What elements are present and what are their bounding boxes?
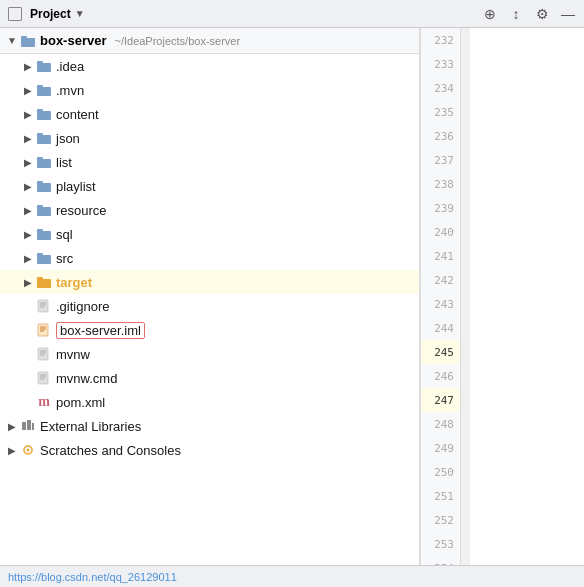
svg-rect-5 <box>37 85 43 89</box>
tree-item-json[interactable]: json <box>0 126 419 150</box>
mvnw-expand <box>20 346 36 362</box>
tree-item-mvn[interactable]: .mvn <box>0 78 419 102</box>
tree-item-src[interactable]: src <box>0 246 419 270</box>
mvn-expand <box>20 82 36 98</box>
pom-expand <box>20 394 36 410</box>
svg-rect-30 <box>38 348 48 360</box>
tree-item-mvnw[interactable]: mvnw <box>0 342 419 366</box>
list-expand <box>20 154 36 170</box>
tree-item-gitignore[interactable]: .gitignore <box>0 294 419 318</box>
title-bar: Project ▼ ⊕ ↕ ⚙ — <box>0 0 584 28</box>
line-234: 234 <box>421 76 460 100</box>
target-expand <box>20 274 36 290</box>
gitignore-expand <box>20 298 36 314</box>
tree-item-list[interactable]: list <box>0 150 419 174</box>
line-235: 235 <box>421 100 460 124</box>
sql-folder-icon <box>36 226 52 242</box>
mvnw-label: mvnw <box>56 347 90 362</box>
line-247: 247 <box>421 388 460 412</box>
json-folder-icon <box>36 130 52 146</box>
title-bar-icons: ⊕ ↕ ⚙ — <box>482 6 576 22</box>
tree-item-target[interactable]: target <box>0 270 419 294</box>
line-236: 236 <box>421 124 460 148</box>
line-240: 240 <box>421 220 460 244</box>
idea-folder-icon <box>36 58 52 74</box>
file-tree: ▼ box-server ~/IdeaProjects/box-server .… <box>0 28 420 565</box>
target-folder-icon <box>36 274 52 290</box>
tree-item-playlist[interactable]: playlist <box>0 174 419 198</box>
tree-item-pom-xml[interactable]: m pom.xml <box>0 390 419 414</box>
sql-label: sql <box>56 227 73 242</box>
list-folder-icon <box>36 154 52 170</box>
mvnw-cmd-file-icon <box>36 370 52 386</box>
svg-rect-13 <box>37 181 43 185</box>
scrollbar[interactable] <box>460 28 470 565</box>
root-item[interactable]: ▼ box-server ~/IdeaProjects/box-server <box>0 28 419 54</box>
line-239: 239 <box>421 196 460 220</box>
tree-item-idea[interactable]: .idea <box>0 54 419 78</box>
ext-lib-icon <box>20 418 36 434</box>
playlist-expand <box>20 178 36 194</box>
content-folder-icon <box>36 106 52 122</box>
content-expand <box>20 106 36 122</box>
playlist-label: playlist <box>56 179 96 194</box>
tree-item-mvnw-cmd[interactable]: mvnw.cmd <box>0 366 419 390</box>
iml-label: box-server.iml <box>56 322 145 339</box>
mvn-label: .mvn <box>56 83 84 98</box>
svg-rect-11 <box>37 157 43 161</box>
tree-item-content[interactable]: content <box>0 102 419 126</box>
json-label: json <box>56 131 80 146</box>
line-249: 249 <box>421 436 460 460</box>
line-244: 244 <box>421 316 460 340</box>
svg-rect-34 <box>38 372 48 384</box>
tree-item-sql[interactable]: sql <box>0 222 419 246</box>
root-expand-arrow: ▼ <box>4 33 20 49</box>
gear-icon[interactable]: ⚙ <box>534 6 550 22</box>
gitignore-label: .gitignore <box>56 299 109 314</box>
svg-rect-22 <box>38 300 48 312</box>
line-243: 243 <box>421 292 460 316</box>
scratches-expand <box>4 442 20 458</box>
line-250: 250 <box>421 460 460 484</box>
line-238: 238 <box>421 172 460 196</box>
mvnw-cmd-label: mvnw.cmd <box>56 371 117 386</box>
tree-item-external-libraries[interactable]: External Libraries <box>0 414 419 438</box>
scratches-icon <box>20 442 36 458</box>
mvnw-cmd-expand <box>20 370 36 386</box>
minimize-icon[interactable]: — <box>560 6 576 22</box>
window-folder-icon <box>8 7 22 21</box>
svg-rect-26 <box>38 324 48 336</box>
tree-item-resource[interactable]: resource <box>0 198 419 222</box>
mvn-folder-icon <box>36 82 52 98</box>
svg-rect-38 <box>22 422 26 430</box>
line-233: 233 <box>421 52 460 76</box>
main-content: ▼ box-server ~/IdeaProjects/box-server .… <box>0 28 584 565</box>
svg-rect-1 <box>21 36 27 40</box>
svg-rect-17 <box>37 229 43 233</box>
tree-item-scratches[interactable]: Scratches and Consoles <box>0 438 419 462</box>
dropdown-arrow[interactable]: ▼ <box>75 8 85 19</box>
src-expand <box>20 250 36 266</box>
svg-rect-7 <box>37 109 43 113</box>
target-label: target <box>56 275 92 290</box>
ext-lib-label: External Libraries <box>40 419 141 434</box>
root-path: ~/IdeaProjects/box-server <box>114 35 240 47</box>
root-label: box-server <box>40 33 106 48</box>
line-254: 254 <box>421 556 460 565</box>
line-253: 253 <box>421 532 460 556</box>
line-251: 251 <box>421 484 460 508</box>
line-237: 237 <box>421 148 460 172</box>
status-text: https://blog.csdn.net/qq_26129011 <box>8 571 177 583</box>
layout-icon[interactable]: ↕ <box>508 6 524 22</box>
src-label: src <box>56 251 73 266</box>
line-248: 248 <box>421 412 460 436</box>
settings-icon[interactable]: ⊕ <box>482 6 498 22</box>
list-label: list <box>56 155 72 170</box>
tree-item-box-server-iml[interactable]: box-server.iml <box>0 318 419 342</box>
line-245: 245 <box>421 340 460 364</box>
playlist-folder-icon <box>36 178 52 194</box>
sql-expand <box>20 226 36 242</box>
svg-rect-15 <box>37 205 43 209</box>
scratches-label: Scratches and Consoles <box>40 443 181 458</box>
svg-rect-19 <box>37 253 43 257</box>
